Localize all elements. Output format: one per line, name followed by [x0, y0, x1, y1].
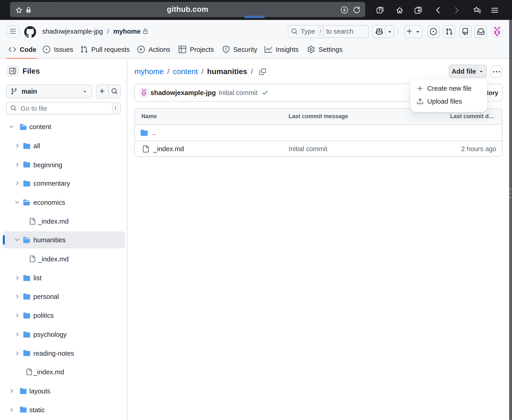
svg-text:7: 7: [378, 8, 381, 13]
